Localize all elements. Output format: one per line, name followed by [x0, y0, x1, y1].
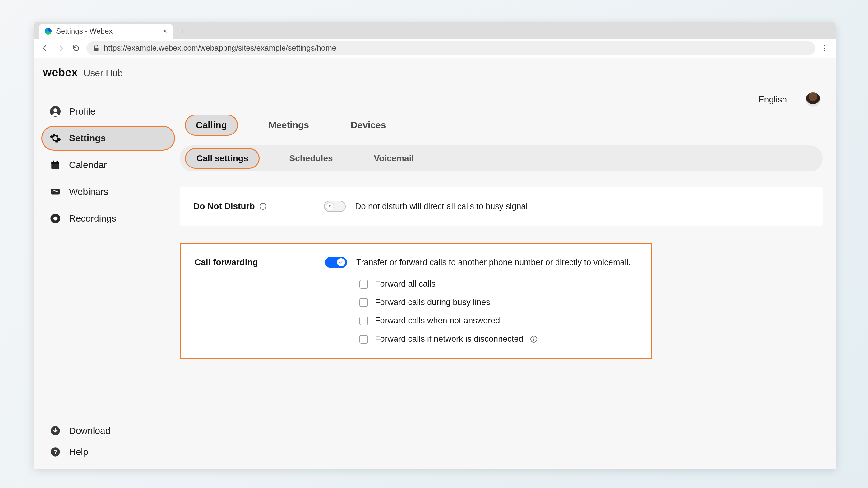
browser-window: Settings - Webex × + https://example.web… [34, 22, 836, 469]
dnd-title: Do Not Disturb [193, 201, 255, 211]
app-main: Profile Settings Calendar [34, 88, 836, 469]
subtab-schedules[interactable]: Schedules [279, 149, 343, 168]
call-forwarding-title: Call forwarding [195, 257, 258, 267]
dnd-toggle[interactable]: × [324, 201, 346, 212]
sidebar-item-label: Help [69, 447, 88, 457]
dnd-title-row: Do Not Disturb [193, 201, 324, 211]
app-root: webex User Hub Profile [34, 58, 836, 469]
dnd-panel: Do Not Disturb × Do not disturb will dir… [180, 187, 823, 226]
option-forward-busy[interactable]: Forward calls during busy lines [360, 297, 637, 307]
webinar-icon [49, 185, 62, 198]
call-forwarding-toggle[interactable] [325, 257, 347, 268]
svg-rect-6 [57, 161, 58, 163]
sidebar-item-label: Settings [69, 133, 106, 143]
profile-icon [49, 105, 62, 118]
forward-button[interactable] [55, 43, 66, 54]
reload-button[interactable] [71, 43, 82, 54]
avatar[interactable] [806, 92, 820, 107]
arrow-left-icon [41, 45, 49, 52]
checkbox[interactable] [360, 317, 368, 325]
download-icon [49, 425, 62, 437]
tab-devices[interactable]: Devices [341, 115, 396, 135]
webex-favicon [45, 28, 52, 34]
calendar-icon [49, 159, 62, 171]
browser-tab-title: Settings - Webex [56, 27, 113, 35]
secondary-tabs: Call settings Schedules Voicemail [180, 145, 823, 171]
option-forward-disconnected[interactable]: Forward calls if network is disconnected [360, 334, 637, 344]
sidebar-item-calendar[interactable]: Calendar [42, 153, 174, 176]
svg-rect-4 [51, 162, 59, 164]
top-right-controls: English [758, 92, 820, 107]
svg-rect-15 [263, 206, 263, 208]
checkbox[interactable] [360, 298, 368, 307]
separator [796, 94, 797, 105]
record-icon [49, 212, 62, 225]
close-tab-icon[interactable]: × [163, 27, 167, 35]
sidebar-item-settings[interactable]: Settings [42, 127, 174, 150]
gear-icon [49, 132, 62, 144]
option-forward-noanswer[interactable]: Forward calls when not answered [360, 316, 637, 325]
brand-row: webex User Hub [34, 58, 836, 88]
brand-sub: User Hub [84, 68, 123, 79]
tab-meetings[interactable]: Meetings [259, 115, 319, 135]
arrow-right-icon [57, 45, 64, 52]
svg-rect-18 [533, 339, 534, 341]
brand-name: webex [43, 66, 78, 79]
sidebar-item-label: Recordings [69, 213, 116, 224]
call-forwarding-description: Transfer or forward calls to another pho… [356, 258, 631, 267]
url-text: https://example.webex.com/webappng/sites… [104, 44, 336, 53]
language-selector[interactable]: English [758, 95, 787, 105]
content-area: English Calling Meetings Devices Call se… [180, 88, 836, 469]
lock-icon [93, 45, 99, 52]
option-label: Forward calls if network is disconnected [375, 334, 523, 344]
sidebar-item-profile[interactable]: Profile [42, 100, 174, 123]
svg-point-17 [533, 337, 534, 338]
sidebar-item-label: Webinars [69, 186, 108, 197]
svg-rect-5 [53, 161, 54, 163]
call-forwarding-panel: Call forwarding Transfer or forward call… [180, 243, 652, 360]
sidebar-item-webinars[interactable]: Webinars [42, 180, 174, 203]
call-forwarding-title-row: Call forwarding [195, 257, 325, 267]
toggle-off-indicator: × [326, 202, 334, 210]
sidebar: Profile Settings Calendar [34, 88, 180, 469]
back-button[interactable] [40, 43, 50, 54]
help-icon: ? [49, 446, 62, 458]
info-icon[interactable] [530, 336, 537, 343]
subtab-call-settings[interactable]: Call settings [186, 149, 259, 168]
option-label: Forward all calls [375, 279, 436, 289]
subtab-voicemail[interactable]: Voicemail [364, 149, 425, 168]
sidebar-bottom: Download ? Help [42, 420, 174, 462]
sidebar-item-label: Calendar [69, 160, 107, 170]
svg-point-2 [54, 108, 57, 112]
option-label: Forward calls when not answered [375, 316, 500, 325]
address-bar[interactable]: https://example.webex.com/webappng/sites… [86, 41, 815, 55]
svg-point-9 [54, 217, 58, 221]
svg-rect-0 [94, 48, 98, 51]
option-label: Forward calls during busy lines [375, 297, 490, 307]
tab-calling[interactable]: Calling [186, 115, 237, 135]
svg-rect-7 [51, 189, 60, 194]
svg-point-14 [262, 205, 263, 206]
dnd-description: Do not disturb will direct all calls to … [355, 202, 528, 211]
call-forwarding-options: Forward all calls Forward calls during b… [360, 279, 637, 344]
new-tab-button[interactable]: + [175, 24, 189, 38]
browser-tab[interactable]: Settings - Webex × [39, 24, 173, 38]
svg-text:?: ? [54, 449, 57, 455]
sidebar-item-label: Profile [69, 106, 95, 117]
toggle-on-indicator [337, 258, 345, 266]
sidebar-item-help[interactable]: ? Help [42, 441, 174, 462]
option-forward-all[interactable]: Forward all calls [360, 279, 637, 289]
sidebar-item-label: Download [69, 426, 111, 436]
sidebar-item-recordings[interactable]: Recordings [42, 207, 174, 230]
primary-tabs: Calling Meetings Devices [180, 94, 828, 135]
sidebar-item-download[interactable]: Download [42, 420, 174, 441]
checkbox[interactable] [360, 335, 368, 344]
address-bar-row: https://example.webex.com/webappng/sites… [34, 38, 836, 58]
tab-strip: Settings - Webex × + [34, 22, 836, 38]
reload-icon [72, 45, 80, 52]
info-icon[interactable] [259, 203, 267, 210]
checkbox[interactable] [360, 280, 368, 288]
browser-menu-button[interactable]: ⋮ [820, 43, 830, 53]
